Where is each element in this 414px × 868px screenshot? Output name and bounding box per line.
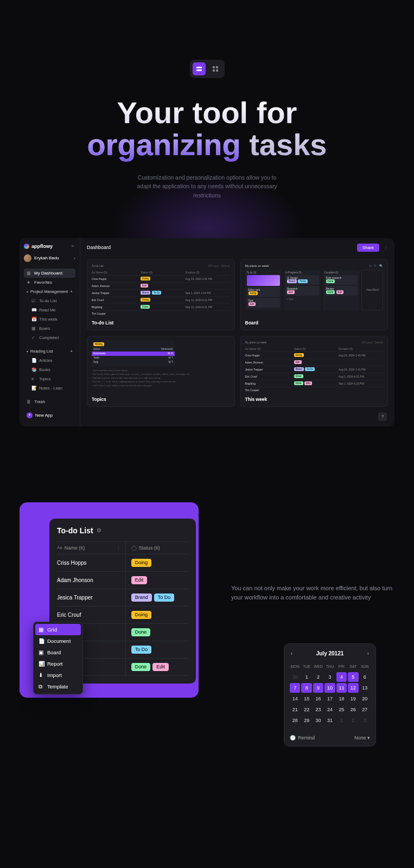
cal-day[interactable]: 31 [324, 716, 335, 725]
card-topics[interactable]: Writing ActionShortcut(s)Documents⌘ DTas… [87, 336, 235, 407]
menu-row[interactable]: Documents⌘ D [92, 352, 175, 356]
cal-day[interactable]: 24 [324, 705, 335, 714]
cal-day[interactable]: 19 [348, 694, 358, 704]
menu-row[interactable]: ActionShortcut(s) [93, 347, 173, 352]
cal-day[interactable]: 12 [348, 683, 358, 693]
table-row[interactable]: Eric CroufDoingAug 11, 2024 6:01 PM [92, 296, 230, 303]
table-row[interactable]: Adam JhonsonEdit [92, 282, 230, 289]
card-board[interactable]: My plans on week⊞ ⚙ 🔍 To do (2) Editor c… [240, 259, 388, 330]
table-row[interactable]: Tim Cooper [92, 310, 230, 317]
cal-day[interactable]: 15 [301, 694, 311, 704]
cal-day[interactable]: 23 [313, 705, 323, 714]
cal-next-icon[interactable]: › [366, 649, 370, 658]
nav-item[interactable]: 📄Articles [24, 356, 75, 365]
ctx-item-import[interactable]: ⬇Import [35, 669, 81, 681]
grid-view-icon[interactable] [209, 62, 222, 75]
remind-value[interactable]: None ▾ [354, 735, 370, 741]
hero: Your tool for organizing tasks Customiza… [0, 0, 414, 227]
user-menu[interactable]: Erykah Badu ▾ [24, 254, 75, 262]
cal-day[interactable]: 1 [301, 672, 311, 682]
nav-dashboard[interactable]: ▦My Dashboard [24, 269, 75, 278]
plus-icon[interactable]: + [71, 349, 73, 354]
cal-day[interactable]: 20 [360, 694, 370, 704]
nav-section[interactable]: • Project Management+ [24, 287, 75, 296]
cal-day[interactable]: 13 [360, 683, 370, 693]
cal-day[interactable]: 29 [301, 716, 311, 725]
board-new-block[interactable]: + New Block [361, 270, 383, 310]
remind-label[interactable]: 🕐Remind [290, 735, 315, 741]
cal-day[interactable]: 28 [290, 716, 300, 725]
col-more-icon[interactable]: ⋮ [116, 545, 125, 551]
nav-item[interactable]: 📝Notes - Lean [24, 384, 75, 393]
cal-day[interactable]: 14 [290, 694, 300, 704]
nav-item[interactable]: 📅This week [24, 315, 75, 324]
nav-section[interactable]: • Reading List+ [24, 347, 75, 356]
table-row[interactable]: Eric CroufDoneAug 1, 2024 6:01 PM [245, 373, 384, 380]
cal-day[interactable]: 9 [313, 683, 323, 693]
cal-prev-icon[interactable]: ‹ [290, 649, 294, 658]
table-row[interactable]: Jesica TrapperBrandTo Do [57, 589, 188, 607]
view-switcher [190, 60, 225, 78]
cal-day[interactable]: 16 [313, 694, 323, 704]
cal-day[interactable]: 25 [336, 705, 347, 714]
cal-day[interactable]: 22 [301, 705, 311, 714]
share-button[interactable]: Share [357, 244, 379, 252]
cal-day[interactable]: 10 [324, 683, 335, 693]
menu-row[interactable]: Help⌘ T [93, 360, 173, 365]
cal-day[interactable]: 5 [348, 672, 358, 682]
card-todo[interactable]: To-do List100 rows Search Aa Name (5) St… [87, 259, 235, 330]
cal-day[interactable]: 17 [324, 694, 335, 704]
cal-day[interactable]: 7 [290, 683, 300, 693]
table-row[interactable]: Jesica TrapperBrand To DoSep 1, 2024 1:0… [92, 289, 230, 296]
cal-day[interactable]: 21 [290, 705, 300, 714]
cal-day[interactable]: 8 [301, 683, 311, 693]
plus-icon[interactable]: + [71, 289, 73, 294]
cal-day[interactable]: 27 [360, 705, 370, 714]
nav-item[interactable]: 📖Read Me [24, 305, 75, 315]
cal-day[interactable]: 30 [313, 716, 323, 725]
ctx-item-board[interactable]: ▣Board [35, 647, 81, 658]
table-row[interactable]: Criss HoppsDoingAug 24, 2024 1:41 PM [92, 275, 230, 282]
collapse-sidebar-icon[interactable]: ⇤ [72, 244, 75, 248]
table-row[interactable]: Criss HoppsDoingAug 24, 2024 1:41 PM [245, 352, 384, 359]
table-row[interactable]: BrigittingDoneSep 12, 2024 6:01 PM [92, 303, 230, 310]
ctx-item-report[interactable]: 📊Report [35, 658, 81, 669]
cal-day[interactable]: 1 [336, 716, 347, 725]
cal-day[interactable]: 18 [336, 694, 347, 704]
table-row[interactable]: Jesica TrapperBrand To DoAug 24, 2024 1:… [245, 366, 384, 373]
nav-icon: ☑ [31, 298, 36, 303]
cal-day[interactable]: 3 [360, 716, 370, 725]
nav-item[interactable]: 📚Books [24, 365, 75, 374]
table-row[interactable]: Criss HoppsDoing [57, 554, 188, 572]
ctx-item-grid[interactable]: ▦Grid [35, 624, 81, 635]
cal-day[interactable]: 26 [348, 705, 358, 714]
nav-item[interactable]: ▦Board [24, 324, 75, 333]
help-icon[interactable]: ? [378, 412, 387, 421]
cal-day[interactable]: 2 [348, 716, 358, 725]
menu-row[interactable]: Tasks⌘ T [93, 356, 173, 360]
cal-day[interactable]: 4 [336, 672, 347, 682]
nav-item[interactable]: #Topics [24, 374, 75, 384]
cal-dow: THU [324, 663, 335, 670]
new-app-button[interactable]: +New App [24, 410, 75, 421]
table-row[interactable]: Adam JhonsonEdit [57, 572, 188, 589]
gear-icon[interactable]: ⚙ [97, 527, 101, 533]
nav-item[interactable]: ✓Completed [24, 333, 75, 342]
ctx-item-document[interactable]: 📄Document [35, 635, 81, 647]
plus-icon: + [27, 412, 33, 418]
more-icon[interactable]: ⋮ [384, 245, 388, 250]
nav-trash[interactable]: 🗑Trash [24, 393, 75, 406]
table-row[interactable]: Tim Cooper [245, 387, 384, 393]
cal-day[interactable]: 6 [360, 672, 370, 682]
nav-item[interactable]: ☑To-do List [24, 296, 75, 305]
list-view-icon[interactable] [193, 62, 206, 75]
nav-favorites[interactable]: ★Favorites [24, 278, 75, 287]
table-row[interactable]: BrigittingDone EditSep 1, 2024 6:23 PM [245, 380, 384, 387]
cal-day[interactable]: 2 [313, 672, 323, 682]
cal-day[interactable]: 11 [336, 683, 347, 693]
ctx-item-template[interactable]: ⧉Template [35, 681, 81, 692]
table-row[interactable]: Adam JhonsonEdit [245, 359, 384, 366]
card-thisweek[interactable]: My plans on week100 rows Search Aa Name … [240, 336, 388, 407]
cal-day[interactable]: 3 [324, 672, 335, 682]
cal-day[interactable]: 30 [290, 672, 300, 682]
